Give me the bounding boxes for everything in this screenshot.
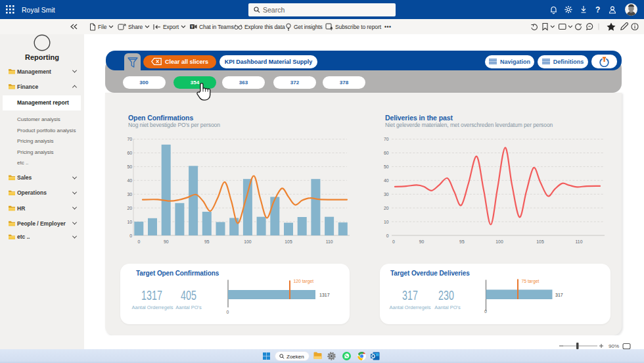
svg-text:70: 70 <box>384 137 389 141</box>
svg-text:40: 40 <box>384 178 389 183</box>
svg-text:100: 100 <box>244 239 252 244</box>
svg-text:T: T <box>191 25 194 29</box>
svg-text:?: ? <box>595 5 600 14</box>
svg-text:30: 30 <box>384 192 389 197</box>
svg-text:90: 90 <box>164 239 169 244</box>
svg-text:105: 105 <box>536 239 544 244</box>
svg-text:60: 60 <box>384 151 389 155</box>
svg-text:317: 317 <box>555 293 563 297</box>
svg-text:95: 95 <box>459 239 465 244</box>
svg-text:10: 10 <box>384 220 389 224</box>
svg-text:90: 90 <box>419 239 425 244</box>
svg-text:40: 40 <box>127 178 132 183</box>
svg-text:1317: 1317 <box>319 293 330 297</box>
svg-text:20: 20 <box>384 206 389 210</box>
svg-text:0: 0 <box>227 310 229 314</box>
svg-text:90%: 90% <box>609 343 619 349</box>
svg-text:0: 0 <box>386 233 389 238</box>
svg-text:95: 95 <box>204 239 210 244</box>
svg-text:0: 0 <box>137 239 140 244</box>
svg-text:110: 110 <box>576 239 583 244</box>
svg-text:0: 0 <box>484 309 487 314</box>
svg-text:30: 30 <box>127 192 132 197</box>
svg-text:120 target: 120 target <box>294 279 314 284</box>
svg-text:110: 110 <box>326 239 333 244</box>
svg-text:0: 0 <box>129 233 132 238</box>
svg-text:75 target: 75 target <box>522 279 540 284</box>
svg-text:20: 20 <box>127 206 132 210</box>
svg-text:70: 70 <box>127 137 132 141</box>
svg-text:105: 105 <box>285 239 292 244</box>
svg-text:50: 50 <box>127 164 132 169</box>
svg-text:10: 10 <box>127 220 132 224</box>
svg-text:50: 50 <box>384 164 389 169</box>
svg-text:0: 0 <box>392 239 395 244</box>
svg-text:100: 100 <box>495 239 503 244</box>
svg-text:60: 60 <box>127 151 132 155</box>
